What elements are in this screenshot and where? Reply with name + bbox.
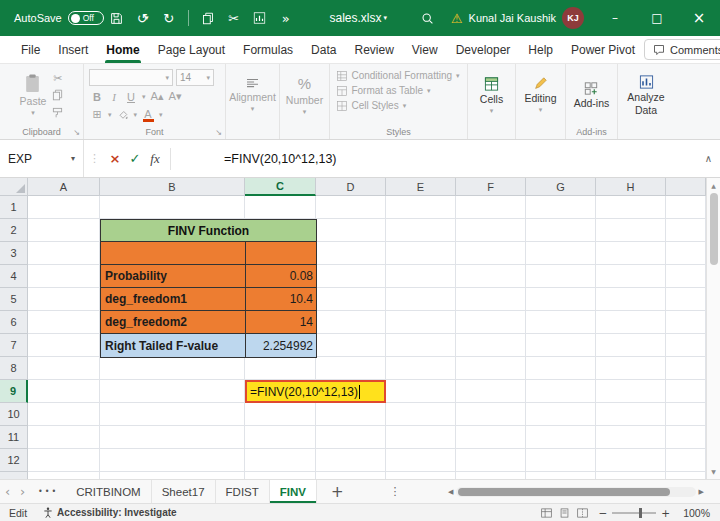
grid-cell[interactable] <box>456 426 526 449</box>
shrink-font-button[interactable]: A▾ <box>169 89 182 104</box>
grid-cell[interactable] <box>386 311 456 334</box>
grid-cell[interactable] <box>316 242 386 265</box>
paste-button[interactable]: Paste ▾ <box>20 69 47 124</box>
grid-cell[interactable] <box>596 426 666 449</box>
column-header-C[interactable]: C <box>245 178 316 196</box>
scroll-right-icon[interactable]: ▶ <box>699 488 704 496</box>
table-value-cell[interactable] <box>246 242 316 264</box>
zoom-out-icon[interactable]: − <box>598 507 607 519</box>
sheet-tab-overflow-icon[interactable]: ••• <box>38 487 58 496</box>
row-header-3[interactable]: 3 <box>0 242 28 265</box>
grid-cell[interactable] <box>316 334 386 357</box>
grid-cell[interactable] <box>28 242 100 265</box>
grid-cell[interactable] <box>28 288 100 311</box>
font-size-combo[interactable]: 14▾ <box>176 69 214 86</box>
format-painter-button[interactable] <box>52 105 63 119</box>
normal-view-icon[interactable] <box>541 508 552 518</box>
table-label-cell[interactable]: Probability <box>101 265 246 287</box>
name-box-resize-handle[interactable]: ⋮ <box>89 152 100 165</box>
grid-cell[interactable] <box>386 242 456 265</box>
grid-cell[interactable] <box>386 265 456 288</box>
tab-insert[interactable]: Insert <box>49 36 97 63</box>
analyze-data-button[interactable]: Analyze Data <box>623 69 669 124</box>
grid-cell[interactable] <box>666 242 706 265</box>
grid-cell[interactable] <box>386 196 456 219</box>
page-break-view-icon[interactable] <box>577 508 588 518</box>
grid-cell[interactable] <box>100 426 245 449</box>
vertical-scrollbar-thumb[interactable] <box>710 193 718 265</box>
italic-button[interactable]: I <box>108 89 120 104</box>
column-header-G[interactable]: G <box>526 178 596 196</box>
horizontal-scrollbar[interactable]: ◀ ▶ <box>448 487 704 497</box>
grid-cell[interactable] <box>596 380 666 403</box>
cells-button[interactable]: Cells ▾ <box>480 69 503 124</box>
alignment-button[interactable]: Alignment ▾ <box>229 69 276 124</box>
tab-power-pivot[interactable]: Power Pivot <box>562 36 644 63</box>
comments-button[interactable]: Comments <box>644 39 720 60</box>
grid-cell[interactable] <box>28 380 100 403</box>
grid-cell[interactable] <box>666 449 706 472</box>
sheet-tab-sheet17[interactable]: Sheet17 <box>152 480 216 503</box>
grid-cell[interactable] <box>596 472 666 479</box>
grid-cell[interactable] <box>526 242 596 265</box>
grid-cell[interactable] <box>316 219 386 242</box>
grid-cell[interactable] <box>456 196 526 219</box>
grid-cell[interactable] <box>596 265 666 288</box>
redo-button[interactable]: ↻ <box>157 5 181 31</box>
user-account[interactable]: ⚠ Kunal Jai Kaushik KJ <box>451 7 584 29</box>
column-header-H[interactable]: H <box>596 178 666 196</box>
formula-input[interactable]: =FINV(20,10^12,13) <box>176 140 697 177</box>
grid-cell[interactable] <box>316 357 386 380</box>
grid-cell[interactable] <box>316 311 386 334</box>
vertical-scrollbar[interactable]: ▲ ▼ <box>706 178 720 479</box>
grid-cell[interactable] <box>245 449 316 472</box>
grid-cell[interactable] <box>526 288 596 311</box>
grid-cell[interactable] <box>245 196 316 219</box>
row-header-1[interactable]: 1 <box>0 196 28 219</box>
scroll-left-icon[interactable]: ◀ <box>448 488 453 496</box>
table-value-cell[interactable]: 2.254992 <box>246 334 316 357</box>
row-header-2[interactable]: 2 <box>0 219 28 242</box>
grid-cell[interactable] <box>316 196 386 219</box>
font-name-combo[interactable]: ▾ <box>89 69 173 86</box>
grid-cell[interactable] <box>386 472 456 479</box>
bold-button[interactable]: B <box>91 89 103 104</box>
search-button[interactable] <box>416 5 440 31</box>
row-header-7[interactable]: 7 <box>0 334 28 357</box>
borders-button[interactable]: ⊞ <box>91 107 103 122</box>
grid-cell[interactable] <box>666 311 706 334</box>
finv-table-title-cell[interactable]: FINV Function <box>101 220 316 242</box>
font-dialog-launcher-icon[interactable]: ↘ <box>215 128 222 137</box>
grid-cell[interactable] <box>526 426 596 449</box>
row-header-6[interactable]: 6 <box>0 311 28 334</box>
grid-cell[interactable] <box>666 265 706 288</box>
name-box[interactable]: EXP ▾ <box>0 140 84 177</box>
grid-cell[interactable] <box>456 219 526 242</box>
table-label-cell[interactable]: deg_freedom2 <box>101 311 246 333</box>
grid-cell[interactable] <box>28 265 100 288</box>
grid-cell[interactable] <box>456 311 526 334</box>
grid-cell[interactable] <box>316 449 386 472</box>
grow-font-button[interactable]: A▴ <box>151 89 164 104</box>
row-header-9[interactable]: 9 <box>0 380 28 403</box>
grid-cell[interactable] <box>596 242 666 265</box>
grid-cell[interactable] <box>526 380 596 403</box>
grid-cell[interactable] <box>100 403 245 426</box>
more-commands-button[interactable]: » <box>274 5 298 31</box>
row-header-13[interactable] <box>0 472 28 479</box>
row-header-11[interactable]: 11 <box>0 426 28 449</box>
font-color-button[interactable]: A <box>142 107 154 122</box>
cut-button[interactable]: ✂ <box>222 5 246 31</box>
grid-cell[interactable] <box>596 196 666 219</box>
scroll-down-icon[interactable]: ▼ <box>711 464 716 479</box>
cut-ribbon-button[interactable]: ✂ <box>52 71 63 85</box>
grid-cell[interactable] <box>456 472 526 479</box>
table-value-cell[interactable]: 0.08 <box>246 265 316 287</box>
grid-cell[interactable] <box>28 311 100 334</box>
sheet-nav-left-icon[interactable]: ‹ <box>0 484 15 499</box>
new-sheet-button[interactable]: + <box>331 483 344 501</box>
sheet-tab-finv[interactable]: FINV <box>270 480 317 503</box>
grid-cell[interactable] <box>526 196 596 219</box>
tab-data[interactable]: Data <box>302 36 345 63</box>
save-button[interactable] <box>105 5 129 31</box>
